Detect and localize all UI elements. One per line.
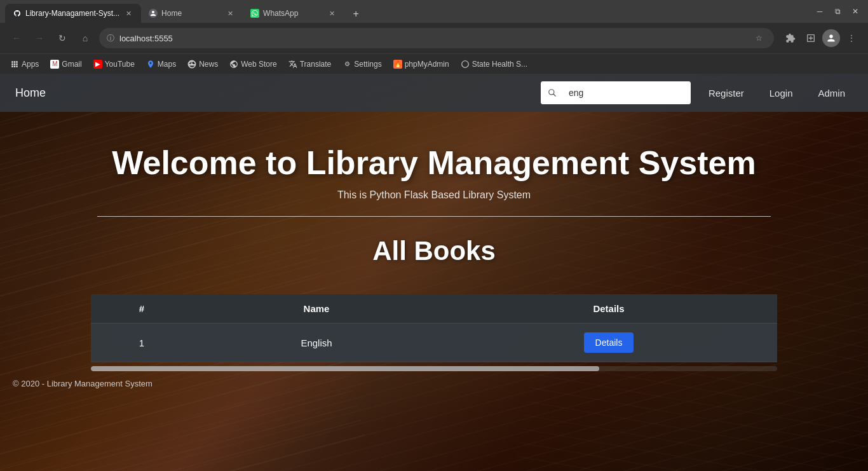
col-header-name: Name — [193, 294, 440, 324]
browser-chrome: Library-Managament-Syst... ✕ Home ✕ What… — [0, 0, 868, 74]
tab-home[interactable]: Home ✕ — [141, 4, 243, 23]
bookmark-phpmyadmin-label: phpMyAdmin — [405, 60, 449, 69]
website-content: Home Register Login Admin Welcome to Lib… — [0, 74, 868, 471]
bookmark-maps[interactable]: Maps — [141, 57, 181, 71]
books-table: # Name Details 1 English Details — [91, 294, 777, 362]
tab-favicon-3 — [250, 9, 259, 18]
tab-favicon-1 — [13, 9, 22, 18]
hero-divider — [97, 216, 771, 217]
nav-login-link[interactable]: Login — [762, 84, 801, 102]
tab-title-1: Library-Managament-Syst... — [25, 9, 119, 18]
url-actions: ☆ — [751, 31, 766, 46]
settings-icon: ⚙ — [342, 60, 351, 69]
navbar: Home Register Login Admin — [0, 74, 868, 112]
url-bar[interactable]: ⓘ localhost:5555 ☆ — [99, 28, 774, 48]
hero-title: Welcome to Library Management System — [112, 144, 756, 182]
bookmark-webstore[interactable]: Web Store — [224, 57, 281, 71]
nav-admin-link[interactable]: Admin — [810, 84, 853, 102]
home-button[interactable]: ⌂ — [76, 29, 94, 47]
reload-button[interactable]: ↻ — [53, 29, 71, 47]
col-header-num: # — [91, 294, 193, 324]
youtube-icon: ▶ — [93, 60, 102, 69]
bookmark-statehealth-label: State Health S... — [472, 60, 527, 69]
table-row: 1 English Details — [91, 324, 777, 362]
window-controls: ─ ⧉ ✕ — [812, 4, 863, 19]
search-input[interactable] — [564, 81, 691, 104]
bookmarks-bar: Apps M Gmail ▶ YouTube Maps News — [0, 53, 868, 74]
search-button[interactable] — [541, 81, 564, 104]
scrollbar-thumb — [91, 366, 599, 371]
phpmyadmin-icon: 🔥 — [393, 60, 402, 69]
row-num: 1 — [91, 324, 193, 362]
table-header-row: # Name Details — [91, 294, 777, 324]
table-header: # Name Details — [91, 294, 777, 324]
back-button[interactable]: ← — [8, 29, 25, 47]
details-button[interactable]: Details — [584, 332, 634, 353]
bookmark-gmail[interactable]: M Gmail — [45, 57, 86, 71]
new-tab-button[interactable]: + — [347, 5, 365, 23]
col-header-details: Details — [440, 294, 777, 324]
browser-actions: ⋮ — [782, 29, 860, 47]
tab-close-1[interactable]: ✕ — [123, 8, 133, 18]
bookmark-youtube[interactable]: ▶ YouTube — [88, 57, 140, 71]
bookmark-settings[interactable]: ⚙ Settings — [337, 57, 386, 71]
webstore-icon — [229, 60, 238, 69]
profile-button[interactable] — [822, 29, 840, 47]
statehealth-icon — [461, 60, 470, 69]
bookmark-news-label: News — [199, 60, 218, 69]
bookmark-apps[interactable]: Apps — [5, 57, 44, 71]
title-bar: Library-Managament-Syst... ✕ Home ✕ What… — [0, 0, 868, 23]
bookmark-translate[interactable]: Translate — [283, 57, 337, 71]
menu-button[interactable]: ⋮ — [843, 29, 860, 47]
bookmark-statehealth[interactable]: State Health S... — [456, 57, 532, 71]
minimize-button[interactable]: ─ — [812, 4, 827, 19]
footer-text: © 2020 - Library Management System — [13, 379, 153, 388]
books-table-container: # Name Details 1 English Details — [91, 294, 777, 371]
bookmark-news[interactable]: News — [182, 57, 223, 71]
tab-favicon-2 — [149, 9, 158, 18]
footer: © 2020 - Library Management System — [0, 371, 868, 396]
nav-register-link[interactable]: Register — [701, 84, 752, 102]
bookmark-translate-label: Translate — [300, 60, 332, 69]
apps-icon — [10, 60, 19, 69]
bookmark-youtube-label: YouTube — [105, 60, 135, 69]
bookmark-settings-label: Settings — [354, 60, 381, 69]
bookmark-apps-label: Apps — [22, 60, 39, 69]
nav-brand[interactable]: Home — [15, 86, 46, 100]
hero-subtitle: This is Python Flask Based Library Syste… — [337, 189, 531, 201]
news-icon — [187, 60, 196, 69]
bookmark-star-icon[interactable]: ☆ — [751, 31, 766, 46]
nav-search — [541, 81, 691, 104]
extensions-button[interactable] — [782, 29, 799, 47]
tab-library[interactable]: Library-Managament-Syst... ✕ — [5, 4, 141, 23]
tab-title-2: Home — [161, 9, 221, 18]
table-body: 1 English Details — [91, 324, 777, 362]
row-details-cell: Details — [440, 324, 777, 362]
bookmark-webstore-label: Web Store — [241, 60, 276, 69]
translate-icon — [288, 60, 297, 69]
tab-close-2[interactable]: ✕ — [225, 8, 235, 18]
bookmark-gmail-label: Gmail — [62, 60, 81, 69]
gmail-icon: M — [50, 60, 59, 69]
hero-content: Welcome to Library Management System Thi… — [0, 112, 868, 294]
horizontal-scrollbar[interactable] — [91, 366, 777, 371]
bookmark-maps-label: Maps — [158, 60, 176, 69]
close-button[interactable]: ✕ — [848, 4, 863, 19]
address-bar: ← → ↻ ⌂ ⓘ localhost:5555 ☆ ⋮ — [0, 23, 868, 53]
split-screen-button[interactable] — [802, 29, 820, 47]
maps-icon — [146, 60, 155, 69]
tab-title-3: WhatsApp — [263, 9, 323, 18]
section-title: All Books — [372, 236, 496, 266]
tab-whatsapp[interactable]: WhatsApp ✕ — [243, 4, 344, 23]
maximize-button[interactable]: ⧉ — [830, 4, 845, 19]
tabs-container: Library-Managament-Syst... ✕ Home ✕ What… — [5, 0, 807, 23]
bookmark-phpmyadmin[interactable]: 🔥 phpMyAdmin — [388, 57, 454, 71]
url-text: localhost:5555 — [119, 34, 746, 43]
tab-close-3[interactable]: ✕ — [327, 8, 337, 18]
lock-icon: ⓘ — [107, 33, 114, 44]
forward-button[interactable]: → — [31, 29, 48, 47]
row-name: English — [193, 324, 440, 362]
